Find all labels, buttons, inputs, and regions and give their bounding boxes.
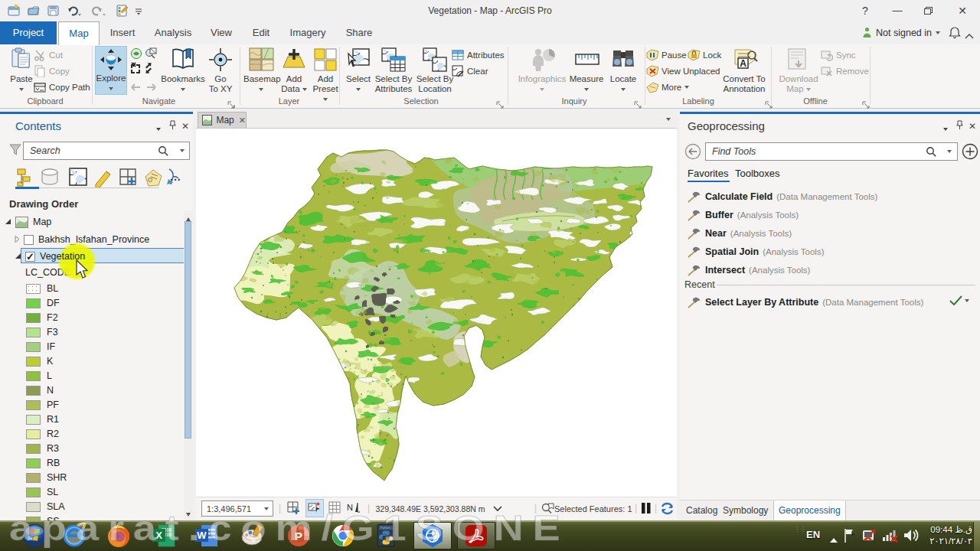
svg-text:A: A (740, 58, 746, 69)
